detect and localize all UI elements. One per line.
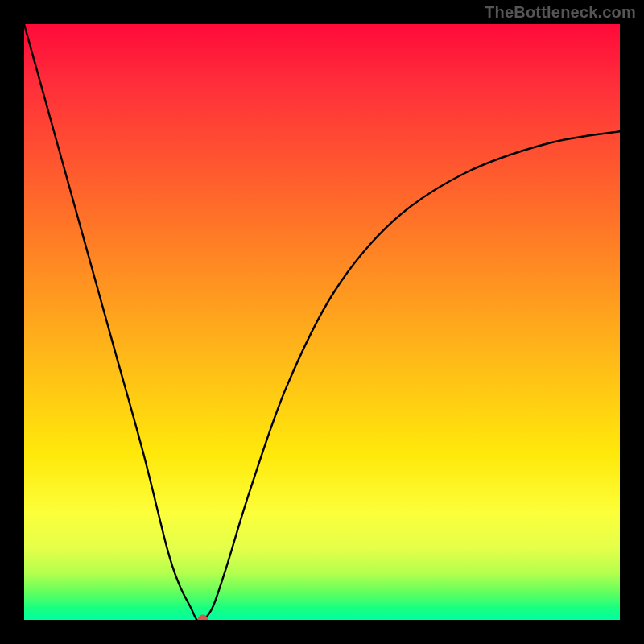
curve-svg — [24, 24, 620, 620]
watermark-text: TheBottleneck.com — [485, 3, 636, 22]
bottleneck-curve — [24, 24, 620, 620]
chart-frame: TheBottleneck.com — [0, 0, 644, 644]
plot-area — [24, 24, 620, 620]
